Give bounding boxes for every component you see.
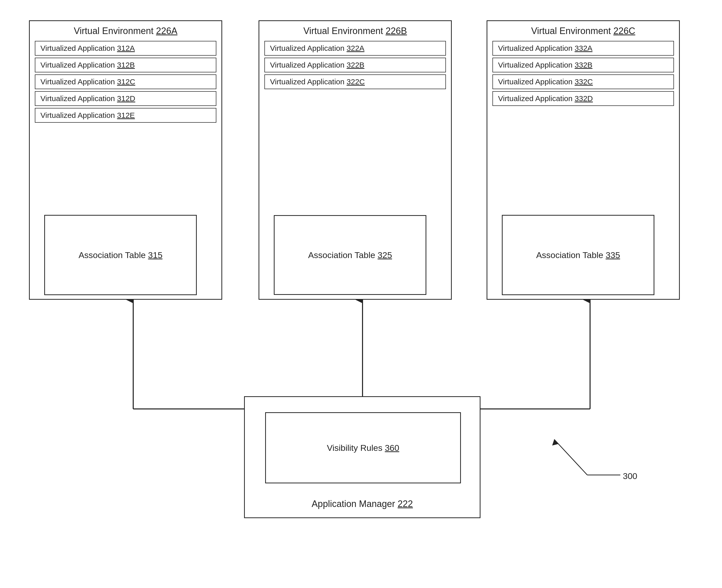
ve-b-title: Virtual Environment 226B — [259, 21, 451, 39]
ve-b-title-num: 226B — [386, 26, 407, 36]
assoc-box-335: Association Table 335 — [502, 215, 654, 295]
assoc-box-325: Association Table 325 — [274, 215, 426, 295]
app-a-312b: Virtualized Application 312B — [35, 58, 216, 72]
label-300: 300 — [623, 471, 637, 481]
app-c-332a: Virtualized Application 332A — [493, 41, 674, 56]
vis-rules-box: Visibility Rules 360 — [265, 412, 461, 483]
assoc-label-325: Association Table 325 — [308, 250, 392, 260]
app-c-332d: Virtualized Application 332D — [493, 91, 674, 106]
app-c-332b: Virtualized Application 332B — [493, 58, 674, 72]
ve-a-title: Virtual Environment 226A — [30, 21, 221, 39]
app-a-312e: Virtualized Application 312E — [35, 108, 216, 123]
app-b-322c: Virtualized Application 322C — [264, 75, 446, 89]
ve-a-title-num: 226A — [156, 26, 178, 36]
assoc-label-335: Association Table 335 — [536, 250, 620, 260]
ve-c-title-num: 226C — [614, 26, 635, 36]
assoc-box-315: Association Table 315 — [44, 215, 197, 295]
diagram: Virtual Environment 226A Virtualized App… — [0, 0, 722, 588]
app-a-312a: Virtualized Application 312A — [35, 41, 216, 56]
app-manager-title: Application Manager 222 — [245, 496, 480, 512]
vis-rules-label: Visibility Rules 360 — [327, 443, 399, 453]
app-b-322a: Virtualized Application 322A — [264, 41, 446, 56]
assoc-label-315: Association Table 315 — [79, 250, 162, 260]
app-c-332c: Virtualized Application 332C — [493, 75, 674, 89]
app-b-322b: Virtualized Application 322B — [264, 58, 446, 72]
app-a-312c: Virtualized Application 312C — [35, 75, 216, 89]
app-a-312d: Virtualized Application 312D — [35, 91, 216, 106]
app-manager-box: Visibility Rules 360 Application Manager… — [244, 396, 481, 518]
svg-line-8 — [554, 439, 587, 475]
svg-marker-10 — [552, 439, 558, 445]
ve-c-title: Virtual Environment 226C — [487, 21, 679, 39]
